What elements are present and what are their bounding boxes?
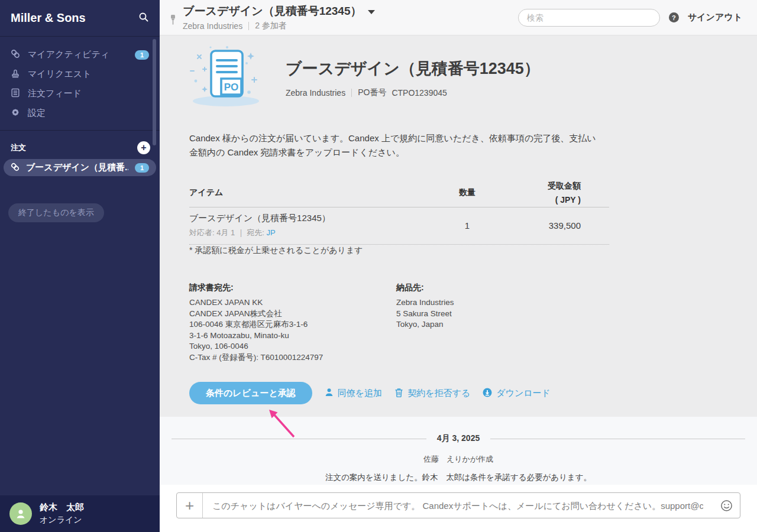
order-item-badge: 1: [135, 163, 149, 173]
timeline-date-divider: 4月 3, 2025: [160, 417, 757, 444]
help-glyph: ?: [672, 14, 676, 21]
sidebar-item-label: 注文フィード: [28, 88, 82, 99]
orders-section-header: 注文 +: [0, 131, 160, 159]
divider-line: [490, 439, 745, 439]
addresses: 請求書宛先: CANDEX JAPAN KK CANDEX JAPAN株式会社 …: [189, 283, 454, 363]
plus-icon: +: [141, 143, 146, 153]
help-icon[interactable]: ?: [669, 12, 679, 22]
sidebar-user-panel[interactable]: 鈴木 太郎 オンライン: [0, 495, 160, 532]
bill-to-line: CANDEX JAPAN KK: [189, 297, 396, 309]
chevron-down-icon: [368, 10, 375, 14]
amount-header-line2: ( JPY ): [555, 195, 581, 205]
order-card: PO ブースデザイン（見積番号12345） Zebra Industries P…: [160, 35, 757, 417]
svg-text:PO: PO: [224, 82, 239, 93]
divider: [248, 22, 249, 30]
item-amount: 339,500: [509, 220, 609, 231]
column-header-amount: 受取金額 ( JPY ): [509, 179, 609, 207]
page-title: ブースデザイン（見積番号12345）: [183, 4, 362, 19]
reject-contract-button[interactable]: 契約を拒否する: [394, 388, 470, 399]
reject-contract-label: 契約を拒否する: [407, 388, 470, 399]
divider-line: [172, 439, 426, 439]
approve-button[interactable]: 条件のレビューと承認: [189, 382, 312, 404]
sidebar-header: Miller & Sons: [0, 0, 160, 37]
activity-badge: 1: [135, 50, 149, 60]
order-actions: 条件のレビューと承認 同僚を追加 契約を拒否する ダウンロード: [189, 382, 551, 404]
bill-to-line: 3-1-6 Motoazabu, Minato-ku: [189, 330, 396, 342]
amount-header-line1: 受取金額: [548, 181, 581, 190]
add-colleague-label: 同僚を追加: [338, 388, 382, 399]
ship-to-line: Tokyo, Japan: [396, 319, 454, 330]
link-icon: [11, 49, 20, 60]
sidebar-item-settings[interactable]: 設定: [0, 103, 160, 123]
destination-link[interactable]: JP: [266, 228, 275, 237]
download-label: ダウンロード: [496, 388, 551, 399]
smiley-icon: [720, 499, 733, 512]
buyer-company: Zebra Industries: [183, 21, 242, 31]
po-number: CTPO1239045: [392, 88, 447, 98]
ship-to-block: 納品先: Zebra Industries 5 Sakura Street To…: [396, 283, 454, 363]
sidebar-menu: マイアクティビティ 1 マイリクエスト 注文フィード 設定: [0, 37, 160, 123]
sidebar-item-label: マイリクエスト: [28, 69, 91, 80]
avatar: [9, 502, 32, 525]
emoji-button[interactable]: [713, 493, 740, 518]
sidebar-item-order-feed[interactable]: 注文フィード: [0, 84, 160, 103]
link-icon: [11, 163, 20, 173]
order-items-table: アイテム 数量 受取金額 ( JPY ) ブースデザイン（見積番号12345） …: [189, 179, 609, 245]
sidebar-order-item-selected[interactable]: ブースデザイン（見積番... 1: [4, 159, 156, 176]
bill-to-line: C-Tax # (登録番号): T6010001224797: [189, 352, 396, 364]
add-order-button[interactable]: +: [137, 141, 150, 154]
divider: [351, 89, 352, 97]
download-icon: [483, 388, 492, 399]
bill-to-line: 106-0046 東京都港区元麻布3-1-6: [189, 319, 396, 330]
ship-to-label: 納品先:: [396, 283, 454, 293]
pin-icon[interactable]: [169, 14, 177, 28]
timeline-creator: 佐藤 えりかが作成: [160, 454, 757, 465]
sidebar-item-label: 設定: [28, 108, 46, 119]
sidebar-item-my-activity[interactable]: マイアクティビティ 1: [0, 45, 160, 64]
bill-to-block: 請求書宛先: CANDEX JAPAN KK CANDEX JAPAN株式会社 …: [189, 283, 396, 363]
chat-message-input[interactable]: [203, 493, 713, 518]
user-name: 鈴木 太郎: [40, 502, 84, 513]
order-title-dropdown[interactable]: ブースデザイン（見積番号12345）: [183, 4, 375, 19]
order-item-label: ブースデザイン（見積番...: [26, 162, 128, 173]
orders-section-label: 注文: [11, 142, 26, 153]
item-meta-text: 対応者: 4月 1 ｜ 宛先:: [189, 228, 266, 237]
ship-to-line: Zebra Industries: [396, 297, 454, 309]
item-name: ブースデザイン（見積番号12345）: [189, 213, 426, 224]
column-header-item: アイテム: [189, 187, 426, 198]
add-colleague-button[interactable]: 同僚を追加: [325, 388, 382, 399]
gear-icon: [11, 108, 20, 119]
plus-icon: +: [185, 497, 194, 515]
order-description: Candex 様からの注文が届いています。Candex 上で規約に同意いただき、…: [189, 131, 603, 160]
trash-icon: [394, 388, 403, 399]
search-icon[interactable]: [138, 12, 149, 25]
bill-to-line: Tokyo, 106-0046: [189, 341, 396, 352]
bill-to-line: CANDEX JAPAN株式会社: [189, 309, 396, 320]
order-title: ブースデザイン（見積番号12345）: [286, 58, 540, 79]
signout-button[interactable]: サインアウト: [688, 12, 742, 23]
order-subtitle: Zebra Industries PO番号 CTPO1239045: [286, 87, 540, 98]
download-button[interactable]: ダウンロード: [483, 388, 551, 399]
participants-count[interactable]: 2 参加者: [255, 21, 287, 31]
buyer-company: Zebra Industries: [286, 88, 345, 98]
search-input[interactable]: [518, 9, 660, 27]
item-qty: 1: [426, 220, 509, 231]
sidebar-item-my-requests[interactable]: マイリクエスト: [0, 64, 160, 84]
item-meta: 対応者: 4月 1 ｜ 宛先: JP: [189, 228, 426, 238]
po-label: PO番号: [358, 87, 386, 98]
attach-button[interactable]: +: [177, 493, 203, 518]
chat-input-box: +: [176, 492, 740, 518]
sidebar-scrollbar-thumb[interactable]: [153, 39, 156, 145]
company-name: Miller & Sons: [11, 11, 86, 25]
table-header-row: アイテム 数量 受取金額 ( JPY ): [189, 179, 609, 207]
show-completed-button[interactable]: 終了したものを表示: [8, 203, 104, 222]
sidebar-item-label: マイアクティビティ: [28, 49, 109, 60]
column-header-qty: 数量: [426, 187, 509, 198]
user-status: オンライン: [40, 515, 84, 525]
topbar-subtitle: Zebra Industries 2 参加者: [183, 21, 375, 31]
tax-note: * 承認額に税金が上乗せされることがあります: [189, 245, 363, 256]
table-row: ブースデザイン（見積番号12345） 対応者: 4月 1 ｜ 宛先: JP 1 …: [189, 207, 609, 245]
timeline: 4月 3, 2025 佐藤 えりかが作成 注文の案内を送りました。鈴木 太郎は条…: [160, 417, 757, 485]
feed-icon: [11, 88, 20, 99]
person-icon: [325, 388, 334, 398]
